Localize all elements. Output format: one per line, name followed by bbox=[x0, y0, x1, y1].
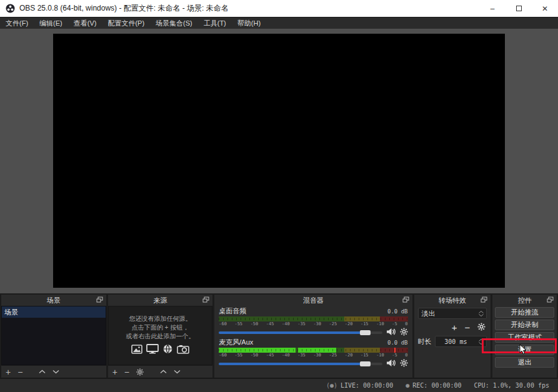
sources-toolbar: + − bbox=[108, 365, 213, 378]
rec-time: REC: 00:00:00 bbox=[412, 382, 461, 389]
transition-properties-gear-icon[interactable] bbox=[477, 322, 486, 333]
transitions-dock-title: 转场特效 bbox=[439, 296, 466, 305]
menu-help[interactable]: 帮助(H) bbox=[232, 17, 266, 29]
settings-button[interactable]: 设置 bbox=[495, 345, 554, 355]
audio-meter bbox=[219, 348, 407, 353]
meter-scale: -60-55-50-45-40-35-30-25-20-15-10-50 bbox=[219, 353, 407, 358]
sources-empty-state[interactable]: 您还没有添加任何源。 点击下面的 + 按钮， 或者右击此处添加一个。 bbox=[108, 306, 213, 365]
volume-slider-handle[interactable] bbox=[360, 330, 371, 335]
volume-slider-handle[interactable] bbox=[360, 361, 371, 366]
mixer-dock-header: 混音器 bbox=[214, 295, 412, 306]
sources-empty-line: 或者右击此处添加一个。 bbox=[126, 332, 194, 341]
meter-scale-label: -35 bbox=[297, 353, 306, 358]
controls-dock-title: 控件 bbox=[518, 296, 532, 305]
source-up-icon[interactable] bbox=[160, 370, 167, 374]
status-bar: (●) LIVE: 00:00:00 ● REC: 00:00:00 CPU: … bbox=[0, 378, 558, 392]
scene-down-icon[interactable] bbox=[52, 370, 59, 374]
meter-scale-label: -30 bbox=[313, 321, 321, 326]
rec-indicator-icon: ● bbox=[406, 382, 409, 389]
maximize-button[interactable] bbox=[506, 0, 532, 17]
start-streaming-button[interactable]: 开始推流 bbox=[495, 307, 554, 318]
scenes-dock-title: 场景 bbox=[47, 296, 61, 305]
exit-button[interactable]: 退出 bbox=[495, 357, 554, 368]
add-transition-icon[interactable]: + bbox=[452, 322, 457, 333]
dock-popout-icon[interactable] bbox=[402, 296, 409, 304]
controls-dock-header: 控件 bbox=[492, 295, 557, 306]
scene-list-item[interactable]: 场景 bbox=[2, 306, 106, 318]
meter-scale-label: -35 bbox=[297, 321, 306, 326]
menu-profile[interactable]: 配置文件(P) bbox=[102, 17, 150, 29]
menu-edit[interactable]: 编辑(E) bbox=[34, 17, 68, 29]
image-source-icon bbox=[131, 345, 142, 356]
spinner-up-down-icon[interactable] bbox=[476, 339, 486, 345]
display-source-icon bbox=[146, 344, 159, 356]
transitions-dock-header: 转场特效 bbox=[414, 295, 491, 306]
meter-scale-label: -25 bbox=[329, 321, 337, 326]
duration-value: 300 ms bbox=[436, 338, 477, 345]
sources-dock-header: 来源 bbox=[108, 295, 213, 306]
speaker-icon[interactable] bbox=[386, 327, 396, 338]
close-button[interactable]: ✕ bbox=[532, 0, 558, 17]
live-time: LIVE: 00:00:00 bbox=[341, 382, 393, 389]
maximize-icon bbox=[516, 6, 522, 11]
channel-settings-gear-icon[interactable] bbox=[400, 358, 408, 370]
remove-source-icon[interactable]: − bbox=[124, 367, 129, 377]
program-canvas[interactable] bbox=[53, 34, 505, 288]
meter-scale-label: -60 bbox=[219, 321, 227, 326]
menu-bar: 文件(F) 编辑(E) 查看(V) 配置文件(P) 场景集合(S) 工具(T) … bbox=[0, 17, 558, 29]
scene-list: 场景 bbox=[1, 306, 106, 365]
mixer-dock: 混音器 桌面音频 0.0 dB -60-55-50-45-40-35-30-25… bbox=[214, 295, 412, 378]
meter-scale-label: 0 bbox=[405, 321, 407, 326]
speaker-icon[interactable] bbox=[386, 358, 396, 370]
window-title: OBS 25.0.8 (64-bit, windows) - 配置文件: 未命名… bbox=[19, 3, 229, 14]
menu-view[interactable]: 查看(V) bbox=[68, 17, 102, 29]
obs-logo-icon bbox=[6, 4, 15, 13]
meter-scale-label: -45 bbox=[266, 321, 274, 326]
sources-dock-title: 来源 bbox=[153, 296, 167, 305]
scenes-dock-header: 场景 bbox=[1, 295, 106, 306]
add-source-icon[interactable]: + bbox=[112, 367, 117, 377]
volume-slider[interactable] bbox=[219, 331, 382, 334]
sources-dock: 来源 您还没有添加任何源。 点击下面的 + 按钮， 或者右击此处添加一个。 bbox=[108, 295, 213, 378]
title-bar: OBS 25.0.8 (64-bit, windows) - 配置文件: 未命名… bbox=[0, 0, 558, 17]
audio-meter bbox=[219, 316, 407, 321]
menu-tools[interactable]: 工具(T) bbox=[198, 17, 232, 29]
meter-scale-label: -55 bbox=[234, 321, 242, 326]
meter-scale-label: -20 bbox=[345, 321, 353, 326]
studio-mode-button[interactable]: 工作室模式 bbox=[495, 332, 554, 343]
source-down-icon[interactable] bbox=[174, 370, 181, 374]
source-properties-gear-icon[interactable] bbox=[136, 368, 144, 376]
source-type-icons bbox=[131, 344, 189, 356]
start-recording-button[interactable]: 开始录制 bbox=[495, 320, 554, 330]
meter-scale-label: -10 bbox=[376, 353, 384, 358]
meter-scale-label: -15 bbox=[361, 321, 369, 326]
channel-db-value: 0.0 dB bbox=[387, 340, 408, 346]
dock-popout-icon[interactable] bbox=[481, 296, 487, 304]
chevron-down-icon bbox=[476, 311, 486, 316]
preview-area bbox=[0, 29, 558, 293]
dock-popout-icon[interactable] bbox=[96, 296, 103, 304]
menu-scene-collection[interactable]: 场景集合(S) bbox=[150, 17, 198, 29]
channel-db-value: 0.0 dB bbox=[387, 308, 408, 315]
add-scene-icon[interactable]: + bbox=[6, 367, 11, 377]
scene-up-icon[interactable] bbox=[39, 370, 46, 374]
volume-slider[interactable] bbox=[219, 363, 382, 365]
menu-file[interactable]: 文件(F) bbox=[0, 17, 34, 29]
transition-select[interactable]: 淡出 bbox=[418, 308, 487, 319]
meter-scale-label: -40 bbox=[282, 353, 290, 358]
minimize-button[interactable]: – bbox=[479, 0, 506, 17]
dock-popout-icon[interactable] bbox=[547, 296, 554, 304]
dock-popout-icon[interactable] bbox=[202, 296, 209, 304]
dock-row: 场景 场景 + − 来源 bbox=[0, 293, 558, 378]
duration-input[interactable]: 300 ms bbox=[435, 336, 487, 347]
browser-source-icon bbox=[162, 344, 173, 356]
channel-name: 桌面音频 bbox=[219, 306, 246, 316]
remove-scene-icon[interactable]: − bbox=[17, 367, 22, 377]
remove-transition-icon[interactable]: − bbox=[464, 322, 470, 333]
channel-settings-gear-icon[interactable] bbox=[400, 327, 408, 338]
meter-scale-label: -10 bbox=[376, 321, 384, 326]
obs-window: OBS 25.0.8 (64-bit, windows) - 配置文件: 未命名… bbox=[0, 0, 558, 392]
scenes-toolbar: + − bbox=[1, 365, 106, 378]
mixer-channel-mic-aux: 麦克风/Aux 0.0 dB -60-55-50-45-40-35-30-25-… bbox=[219, 338, 407, 369]
meter-scale-label: 0 bbox=[405, 353, 407, 358]
